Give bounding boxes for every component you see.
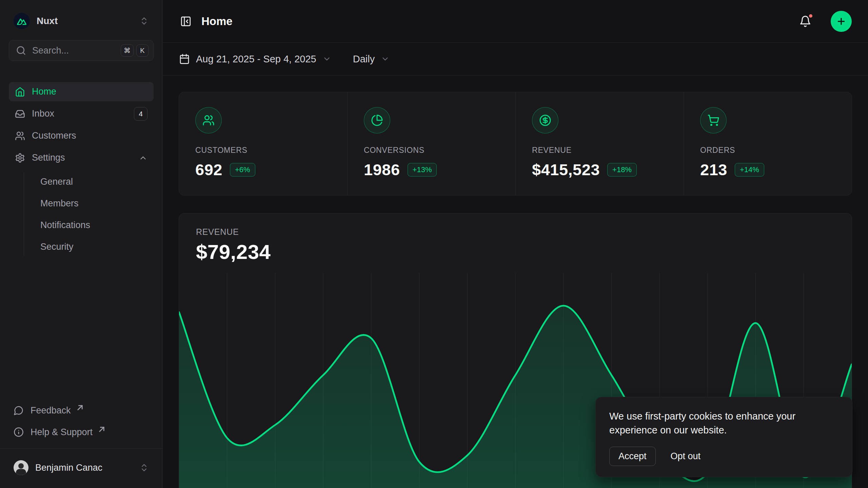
sidebar-subitem-notifications[interactable]: Notifications bbox=[37, 216, 154, 235]
stat-icon-circle bbox=[532, 107, 558, 134]
stat-card-conversions: CONVERSIONS1986+13% bbox=[347, 92, 515, 195]
stat-label: REVENUE bbox=[532, 146, 667, 155]
revenue-chart-header: REVENUE $79,234 bbox=[179, 214, 852, 264]
sidebar-nav: HomeInbox4CustomersSettingsGeneralMember… bbox=[9, 82, 154, 257]
cookie-message: We use first-party cookies to enhance yo… bbox=[609, 409, 839, 437]
inbox-icon bbox=[15, 109, 25, 119]
settings-icon bbox=[15, 153, 25, 163]
stat-delta-badge: +18% bbox=[607, 163, 637, 177]
user-menu[interactable]: Benjamin Canac bbox=[9, 455, 154, 481]
circle-dollar-icon bbox=[539, 114, 551, 126]
stat-icon-circle bbox=[700, 107, 727, 134]
cookie-accept-button[interactable]: Accept bbox=[609, 447, 656, 466]
team-name: Nuxt bbox=[37, 16, 133, 26]
sidebar-subitem-label: Security bbox=[40, 242, 150, 252]
kbd-k: K bbox=[136, 44, 149, 57]
chevron-up-icon bbox=[139, 154, 147, 162]
revenue-chart-value: $79,234 bbox=[196, 240, 835, 264]
date-range-picker[interactable]: Aug 21, 2025 - Sep 4, 2025 bbox=[179, 54, 331, 65]
stat-label: CUSTOMERS bbox=[195, 146, 331, 155]
nuxt-logo-icon bbox=[14, 13, 30, 29]
team-selector[interactable]: Nuxt bbox=[9, 9, 154, 33]
footer-link-label: Help & Support bbox=[31, 427, 93, 438]
shopping-cart-icon bbox=[707, 114, 719, 126]
sidebar-subitem-label: Members bbox=[40, 198, 150, 209]
nuxt-logo-icon bbox=[17, 17, 26, 25]
sidebar-item-customers[interactable]: Customers bbox=[9, 126, 154, 145]
stat-value: 1986 bbox=[364, 160, 400, 179]
notification-dot bbox=[808, 13, 814, 19]
page-title: Home bbox=[201, 15, 789, 28]
search-box[interactable]: ⌘K bbox=[9, 40, 154, 61]
sidebar-subitem-label: General bbox=[40, 177, 150, 187]
sidebar-subitem-label: Notifications bbox=[40, 220, 150, 230]
home-icon bbox=[15, 87, 25, 97]
inbox-count-badge: 4 bbox=[134, 107, 147, 121]
sidebar-item-settings[interactable]: Settings bbox=[9, 148, 154, 167]
page-header: Home bbox=[163, 0, 868, 43]
revenue-chart-label: REVENUE bbox=[196, 227, 835, 237]
sidebar-subitem-general[interactable]: General bbox=[37, 172, 154, 191]
avatar bbox=[14, 460, 28, 475]
cookie-actions: Accept Opt out bbox=[609, 447, 839, 466]
message-circle-icon bbox=[14, 405, 24, 415]
granularity-select[interactable]: Daily bbox=[353, 54, 390, 65]
sidebar: Nuxt ⌘K HomeInbox4CustomersSettingsGener… bbox=[0, 0, 163, 488]
sidebar-item-label: Inbox bbox=[32, 108, 127, 119]
stat-label: ORDERS bbox=[700, 146, 835, 155]
stat-label: CONVERSIONS bbox=[364, 146, 499, 155]
chevron-up-down-icon bbox=[139, 16, 149, 26]
stat-card-customers: CUSTOMERS692+6% bbox=[179, 92, 347, 195]
sidebar-item-home[interactable]: Home bbox=[9, 82, 154, 101]
sidebar-divider bbox=[0, 448, 162, 449]
stat-delta-badge: +14% bbox=[735, 163, 764, 177]
notifications-button[interactable] bbox=[797, 14, 813, 29]
panel-left-close-icon bbox=[180, 16, 192, 27]
filter-toolbar: Aug 21, 2025 - Sep 4, 2025 Daily bbox=[163, 43, 868, 76]
collapse-sidebar-button[interactable] bbox=[179, 15, 193, 28]
chevron-up-down-icon bbox=[139, 463, 149, 472]
users-icon bbox=[202, 114, 215, 126]
chevron-down-icon bbox=[322, 55, 331, 63]
footer-link-label: Feedback bbox=[31, 405, 71, 416]
sidebar-subitem-security[interactable]: Security bbox=[37, 237, 154, 256]
arrow-up-right-icon bbox=[97, 424, 107, 434]
date-range-value: Aug 21, 2025 - Sep 4, 2025 bbox=[196, 54, 316, 65]
stat-icon-circle bbox=[195, 107, 222, 134]
stat-card-orders: ORDERS213+14% bbox=[684, 92, 852, 195]
sidebar-subnav-settings: GeneralMembersNotificationsSecurity bbox=[24, 172, 154, 256]
info-circle-icon bbox=[14, 427, 24, 437]
kbd-command: ⌘ bbox=[121, 44, 134, 57]
stat-value: $415,523 bbox=[532, 160, 600, 179]
add-button[interactable] bbox=[831, 11, 852, 32]
stat-delta-badge: +13% bbox=[408, 163, 437, 177]
arrow-up-right-icon bbox=[75, 403, 85, 413]
cookie-optout-button[interactable]: Opt out bbox=[671, 451, 701, 462]
footer-link-feedback[interactable]: Feedback bbox=[9, 401, 154, 420]
sidebar-footer: FeedbackHelp & Support bbox=[9, 401, 154, 442]
sidebar-subitem-members[interactable]: Members bbox=[37, 194, 154, 213]
stat-value: 692 bbox=[195, 160, 222, 179]
user-name: Benjamin Canac bbox=[35, 463, 133, 473]
search-icon bbox=[16, 45, 26, 56]
sidebar-spacer bbox=[9, 257, 154, 401]
footer-link-help-support[interactable]: Help & Support bbox=[9, 423, 154, 442]
pie-chart-icon bbox=[371, 114, 383, 126]
sidebar-item-inbox[interactable]: Inbox4 bbox=[9, 104, 154, 123]
sidebar-item-label: Home bbox=[32, 86, 147, 97]
users-icon bbox=[15, 131, 25, 141]
cookie-banner: We use first-party cookies to enhance yo… bbox=[595, 397, 852, 477]
stat-value: 213 bbox=[700, 160, 727, 179]
sidebar-item-label: Customers bbox=[32, 130, 147, 141]
stat-card-revenue: REVENUE$415,523+18% bbox=[515, 92, 684, 195]
granularity-value: Daily bbox=[353, 54, 375, 65]
stats-grid: CUSTOMERS692+6%CONVERSIONS1986+13%REVENU… bbox=[179, 92, 852, 196]
stat-icon-circle bbox=[364, 107, 390, 134]
sidebar-item-label: Settings bbox=[32, 152, 132, 163]
main-area: Home Aug 21, 2025 - Sep 4, 2025 Daily CU… bbox=[163, 0, 868, 488]
calendar-icon bbox=[179, 54, 190, 64]
stat-delta-badge: +6% bbox=[230, 163, 255, 177]
search-input[interactable] bbox=[32, 45, 115, 56]
plus-icon bbox=[836, 16, 846, 26]
chevron-down-icon bbox=[381, 55, 390, 63]
